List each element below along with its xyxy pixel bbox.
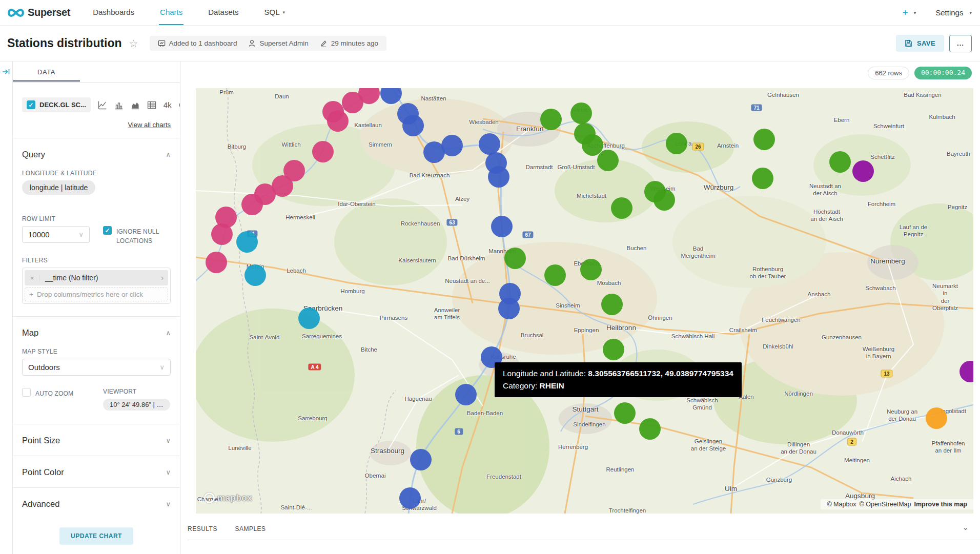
road-shield: A 4 bbox=[308, 364, 321, 371]
map-data-point-green[interactable] bbox=[829, 151, 851, 173]
map-data-point-green[interactable] bbox=[544, 264, 566, 286]
filter-drop-zone[interactable]: +Drop columns/metrics here or click bbox=[25, 288, 168, 301]
mapbox-logo[interactable]: mapbox bbox=[204, 493, 252, 503]
new-item-button[interactable]: +▾ bbox=[903, 7, 916, 18]
expand-results-icon[interactable]: ⌄ bbox=[962, 523, 969, 532]
chart-header: Stations distribution ☆ Added to 1 dashb… bbox=[0, 26, 980, 61]
time-filter-chip[interactable]: × __time (No filter) › bbox=[25, 270, 168, 285]
map-data-point-green[interactable] bbox=[639, 418, 661, 440]
map-data-point-blue[interactable] bbox=[491, 216, 513, 237]
last-modified[interactable]: 29 minutes ago bbox=[320, 39, 378, 47]
superset-logo[interactable]: Superset bbox=[7, 0, 70, 25]
dashboard-count[interactable]: Added to 1 dashboard bbox=[158, 39, 237, 47]
map-data-point-blue[interactable] bbox=[399, 487, 421, 509]
viz-selected-checkbox: ✓ bbox=[27, 100, 35, 109]
map-style-select[interactable]: Outdoors∨ bbox=[22, 359, 171, 376]
viewport-value-chip[interactable]: 10° 24' 49.86" | … bbox=[103, 399, 170, 411]
map-data-point-green[interactable] bbox=[597, 150, 619, 171]
bar-chart-icon[interactable] bbox=[114, 100, 124, 110]
map-data-point-purple[interactable] bbox=[852, 160, 874, 182]
map-data-point-orange[interactable] bbox=[926, 407, 947, 429]
row-limit-select[interactable]: 10000∨ bbox=[22, 226, 90, 243]
point-color-section[interactable]: Point Color ∨ bbox=[22, 456, 171, 487]
map-data-point-blue[interactable] bbox=[410, 449, 432, 470]
map-data-point-green[interactable] bbox=[753, 129, 775, 150]
favorite-star-icon[interactable]: ☆ bbox=[129, 37, 138, 50]
ignore-null-label: IGNORE NULL LOCATIONS bbox=[116, 227, 171, 245]
point-size-section[interactable]: Point Size ∨ bbox=[22, 424, 171, 456]
map-data-point-green[interactable] bbox=[540, 109, 562, 130]
remove-filter-icon[interactable]: × bbox=[25, 274, 40, 282]
osm-attribution-link[interactable]: © OpenStreetMap bbox=[860, 501, 911, 508]
tab-data[interactable]: DATA bbox=[13, 61, 80, 81]
map-canvas[interactable]: PrümDaunNastättenWiesbadenFrankfurtHanau… bbox=[196, 88, 973, 514]
update-chart-button[interactable]: UPDATE CHART bbox=[59, 527, 133, 545]
map-data-point-pink[interactable] bbox=[241, 194, 263, 215]
map-data-point-cyan[interactable] bbox=[236, 231, 258, 253]
save-button[interactable]: SAVE bbox=[896, 35, 944, 52]
map-data-point-cyan[interactable] bbox=[298, 307, 320, 329]
advanced-section[interactable]: Advanced ∨ bbox=[22, 488, 171, 519]
map-data-point-pink[interactable] bbox=[211, 223, 233, 245]
map-data-point-cyan[interactable] bbox=[244, 264, 266, 286]
map-data-point-pink[interactable] bbox=[206, 252, 227, 273]
tab-samples[interactable]: SAMPLES bbox=[235, 525, 266, 532]
map-data-point-pink[interactable] bbox=[342, 92, 363, 113]
settings-menu[interactable]: Settings▾ bbox=[935, 8, 972, 17]
chart-owner[interactable]: Superset Admin bbox=[248, 39, 308, 47]
caret-down-icon: ▾ bbox=[282, 10, 285, 15]
line-chart-icon[interactable] bbox=[98, 100, 107, 110]
map-data-point-blue[interactable] bbox=[402, 115, 424, 136]
filters-label: FILTERS bbox=[22, 257, 171, 264]
map-data-point-green[interactable] bbox=[580, 259, 602, 280]
table-icon[interactable] bbox=[147, 100, 156, 110]
road-shield: 2 bbox=[847, 438, 856, 446]
improve-map-link[interactable]: Improve this map bbox=[914, 501, 968, 508]
map-data-point-pink[interactable] bbox=[312, 141, 334, 162]
road-shield: 67 bbox=[522, 232, 533, 238]
map-data-point-green[interactable] bbox=[611, 197, 632, 219]
ignore-null-checkbox[interactable]: ✓ bbox=[103, 226, 112, 235]
nav-dashboards[interactable]: Dashboards bbox=[92, 0, 135, 25]
map-data-point-green[interactable] bbox=[601, 294, 623, 315]
area-chart-icon[interactable] bbox=[131, 100, 140, 110]
nav-datasets[interactable]: Datasets bbox=[207, 0, 239, 25]
map-data-point-green[interactable] bbox=[654, 189, 675, 211]
view-all-charts-link[interactable]: View all charts bbox=[128, 121, 171, 129]
map-tooltip: Longitude and Latitude: 8.30556376651173… bbox=[495, 362, 742, 397]
map-data-point-blue[interactable] bbox=[455, 384, 477, 405]
map-attribution: © Mapbox © OpenStreetMap Improve this ma… bbox=[821, 499, 973, 509]
viz-type-chip[interactable]: ✓ DECK.GL SC... bbox=[22, 97, 91, 112]
row-count-badge: 662 rows bbox=[868, 67, 909, 79]
collapse-panel-icon[interactable] bbox=[2, 68, 10, 76]
more-options-button[interactable]: ... bbox=[949, 35, 972, 52]
map-section-header[interactable]: Map ∧ bbox=[22, 317, 171, 348]
query-section-header[interactable]: Query ∧ bbox=[22, 138, 171, 170]
chevron-right-icon: › bbox=[161, 274, 164, 282]
lonlat-label: LONGITUDE & LATITUDE bbox=[22, 170, 171, 177]
mapbox-attribution-link[interactable]: © Mapbox bbox=[827, 501, 856, 508]
chart-area: 662 rows 00:00:00.24 bbox=[180, 61, 980, 554]
pie-chart-icon[interactable] bbox=[179, 100, 180, 110]
map-data-point-blue[interactable] bbox=[488, 166, 509, 188]
map-data-point-green[interactable] bbox=[603, 339, 624, 360]
lonlat-value-chip[interactable]: longitude | latitude bbox=[22, 180, 95, 195]
nav-charts[interactable]: Charts bbox=[159, 0, 183, 25]
map-data-point-blue[interactable] bbox=[441, 135, 463, 156]
tab-results[interactable]: RESULTS bbox=[188, 525, 217, 532]
page-title: Stations distribution bbox=[7, 36, 122, 50]
map-data-point-green[interactable] bbox=[614, 402, 636, 424]
auto-zoom-label: AUTO ZOOM bbox=[35, 389, 73, 398]
map-data-point-green[interactable] bbox=[666, 133, 687, 154]
map-data-point-green[interactable] bbox=[504, 248, 526, 269]
map-data-point-pink[interactable] bbox=[327, 110, 349, 132]
map-data-point-blue[interactable] bbox=[498, 298, 520, 319]
map-data-point-blue[interactable] bbox=[479, 133, 500, 155]
pencil-icon bbox=[320, 39, 328, 47]
more-viz-count[interactable]: 4k bbox=[164, 100, 172, 109]
map-data-point-green[interactable] bbox=[752, 168, 773, 189]
map-data-point-green[interactable] bbox=[570, 102, 592, 124]
nav-sql[interactable]: SQL▾ bbox=[263, 0, 286, 25]
auto-zoom-checkbox[interactable] bbox=[22, 388, 31, 397]
plus-icon: + bbox=[29, 291, 33, 298]
